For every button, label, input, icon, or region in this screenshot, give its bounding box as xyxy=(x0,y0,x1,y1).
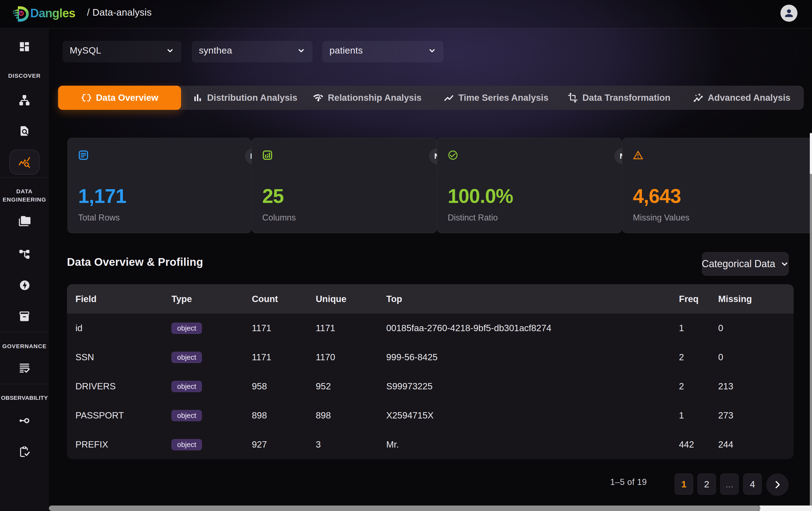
section-title: Data Overview & Profiling xyxy=(67,256,203,268)
tab-data-overview[interactable]: Data Overview xyxy=(58,86,181,110)
playlist-check-icon[interactable] xyxy=(19,362,30,374)
horizontal-scrollbar-track[interactable] xyxy=(759,506,812,511)
page-button-1[interactable]: 1 xyxy=(674,474,693,495)
cell-field: id xyxy=(76,323,171,333)
stat-card-distinct-ratio: N 100.0% Distinct Ratio xyxy=(437,138,622,233)
offline-bolt-icon[interactable] xyxy=(19,279,30,291)
table-row[interactable]: PREFIX object 927 3 Mr. 442 244 xyxy=(67,430,793,459)
cell-missing: 273 xyxy=(718,410,793,421)
stat-value: 4,643 xyxy=(633,185,681,207)
chevron-down-icon xyxy=(297,46,305,55)
stat-value: 25 xyxy=(262,185,284,207)
sidebar-section-observability: OBSERVABILITY xyxy=(0,394,49,402)
cell-count: 1171 xyxy=(252,323,316,333)
tab-relationship-analysis[interactable]: Relationship Analysis xyxy=(303,86,432,110)
cell-count: 927 xyxy=(252,439,316,450)
vertical-scrollbar-thumb[interactable] xyxy=(810,133,812,174)
folder-copy-icon[interactable] xyxy=(19,216,30,227)
tab-data-transformation[interactable]: Data Transformation xyxy=(557,86,680,110)
app-title[interactable]: Dangles xyxy=(30,6,75,20)
dangles-logo-icon[interactable] xyxy=(12,5,29,23)
tab-label: Advanced Analysis xyxy=(708,92,790,103)
stat-value: 100.0% xyxy=(448,185,513,207)
col-unique: Unique xyxy=(316,294,386,304)
vertical-scrollbar-track[interactable] xyxy=(810,173,812,506)
type-chip: object xyxy=(171,439,202,450)
database-select[interactable]: synthea xyxy=(192,41,313,62)
table-row[interactable]: DRIVERS object 958 952 S99973225 2 213 xyxy=(67,372,793,401)
table-row[interactable]: PASSPORT object 898 898 X2594715X 1 273 xyxy=(67,401,793,430)
page-button-4[interactable]: 4 xyxy=(743,474,762,495)
cell-count: 1171 xyxy=(252,352,316,362)
next-page-button[interactable] xyxy=(766,474,789,496)
cell-freq: 1 xyxy=(679,323,718,333)
transform-icon xyxy=(567,92,578,103)
col-freq: Freq xyxy=(679,294,718,304)
tab-label: Data Overview xyxy=(96,92,158,103)
chevron-down-icon xyxy=(166,46,174,55)
tab-distribution-analysis[interactable]: Distribution Analysis xyxy=(182,86,307,110)
tab-time-series-analysis[interactable]: Time Series Analysis xyxy=(433,86,558,110)
tab-advanced-analysis[interactable]: Advanced Analysis xyxy=(683,86,800,110)
cell-type: object xyxy=(171,381,252,392)
col-missing: Missing xyxy=(718,294,793,304)
cell-missing: 244 xyxy=(718,439,793,450)
file-search-icon[interactable] xyxy=(19,125,30,137)
user-avatar[interactable] xyxy=(780,5,798,22)
cell-type: object xyxy=(171,439,252,450)
stat-value: 1,171 xyxy=(78,185,126,207)
stat-card-total-rows: N 1,171 Total Rows xyxy=(67,138,251,233)
tab-label: Data Transformation xyxy=(582,92,670,103)
cell-top: 999-56-8425 xyxy=(386,352,679,362)
sidebar-section-discover: DISCOVER xyxy=(0,72,49,80)
cell-unique: 3 xyxy=(316,439,386,450)
dashboard-icon[interactable] xyxy=(19,41,30,53)
horizontal-scrollbar-thumb[interactable] xyxy=(49,506,760,511)
stat-card-missing-values: 4,643 Missing Values xyxy=(622,138,810,233)
sidebar-divider xyxy=(0,384,49,384)
categorical-data-label: Categorical Data xyxy=(702,258,775,270)
cell-top: 00185faa-2760-4218-9bf5-db301acf8274 xyxy=(386,323,679,333)
tab-label: Distribution Analysis xyxy=(207,92,297,103)
sidebar-section-data-engineering: DATA ENGINEERING xyxy=(0,187,49,204)
cell-type: object xyxy=(171,322,252,334)
chevron-down-icon xyxy=(428,46,436,55)
type-chip: object xyxy=(171,410,202,421)
sitemap-icon[interactable] xyxy=(19,94,30,106)
col-count: Count xyxy=(252,294,316,304)
categorical-data-button[interactable]: Categorical Data xyxy=(702,252,789,276)
sidebar-section-governance: GOVERNANCE xyxy=(0,342,49,350)
page-button-ellipsis[interactable]: ... xyxy=(720,474,739,495)
cell-field: SSN xyxy=(76,352,171,362)
table-header-row: Field Type Count Unique Top Freq Missing xyxy=(67,284,793,314)
table-row[interactable]: id object 1171 1171 00185faa-2760-4218-9… xyxy=(67,314,793,343)
sidebar-item-data-analysis-active[interactable] xyxy=(9,150,39,174)
clipboard-check-icon[interactable] xyxy=(19,446,30,458)
cell-missing: 0 xyxy=(718,352,793,362)
cell-type: object xyxy=(171,410,252,421)
page-button-2[interactable]: 2 xyxy=(697,474,716,495)
datasource-select[interactable]: MySQL xyxy=(62,41,181,62)
cell-type: object xyxy=(171,351,252,363)
col-top: Top xyxy=(386,294,679,304)
col-type: Type xyxy=(171,294,252,304)
breadcrumb: / Data-analysis xyxy=(87,0,152,26)
stat-label: Missing Values xyxy=(633,213,689,223)
cell-unique: 952 xyxy=(316,381,386,392)
pipeline-icon[interactable] xyxy=(19,248,30,260)
col-field: Field xyxy=(76,294,171,304)
table-select[interactable]: patients xyxy=(322,41,443,62)
cell-field: PREFIX xyxy=(76,439,171,450)
stat-label: Total Rows xyxy=(78,213,120,223)
cell-missing: 213 xyxy=(718,381,793,392)
table-row[interactable]: SSN object 1171 1170 999-56-8425 2 0 xyxy=(67,343,793,372)
header: Dangles / Data-analysis xyxy=(0,0,812,28)
data-object-icon xyxy=(81,92,92,103)
key-icon[interactable] xyxy=(19,414,30,427)
pagination-range: 1–5 of 19 xyxy=(576,477,647,487)
person-icon xyxy=(783,7,795,19)
cell-freq: 2 xyxy=(679,381,718,392)
archive-box-icon[interactable] xyxy=(19,311,30,322)
stat-label: Distinct Ratio xyxy=(448,213,498,223)
chevron-down-icon xyxy=(780,260,789,268)
